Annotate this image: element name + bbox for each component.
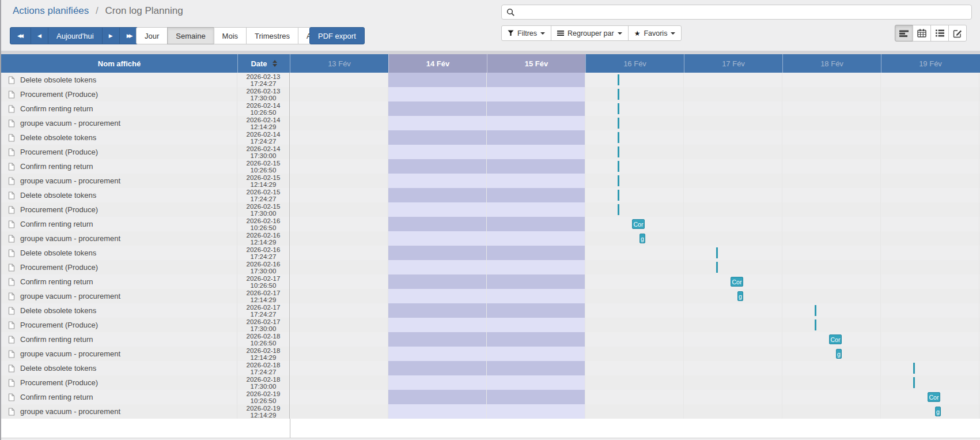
gantt-task-bar[interactable]: g [640,234,645,243]
row-name-cell[interactable]: Delete obsolete tokens [1,188,237,202]
timeline-cell [290,375,388,390]
sort-icon[interactable] [273,60,277,67]
gantt-marker-tick[interactable] [618,146,619,157]
nav-prev-button[interactable]: ◀ [31,27,48,44]
gantt-task-bar[interactable]: Cor [829,334,842,344]
gantt-marker-tick[interactable] [618,190,619,201]
gantt-marker-tick[interactable] [815,319,816,330]
timeline-cell [782,145,881,159]
pdf-export-button[interactable]: PDF export [309,27,365,44]
gantt-task-bar[interactable]: g [737,291,743,301]
scale-button-jour[interactable]: Jour [136,27,168,44]
nav-next-button[interactable]: ▶ [102,27,120,44]
gantt-task-bar[interactable]: g [836,349,842,359]
gantt-marker-tick[interactable] [913,363,915,374]
row-name-cell[interactable]: groupe vacuum - procurement [1,116,237,130]
gantt-header: Nom affiché Date 13 Fév14 Fév15 Fév16 Fé… [1,54,980,73]
row-date-value: 2026-02-15 [247,189,281,195]
date-column-header[interactable]: Date [237,54,290,73]
breadcrumb-separator: / [96,5,99,16]
gantt-marker-tick[interactable] [815,305,816,316]
gantt-marker-tick[interactable] [618,89,619,100]
scale-button-trimestres[interactable]: Trimestres [246,27,298,44]
filters-button[interactable]: Filtres [501,25,551,41]
timeline-cell [585,303,684,318]
row-date-cell: 2026-02-18 10:26:50 [237,332,290,347]
scale-button-mois[interactable]: Mois [214,27,247,44]
file-icon [8,336,15,344]
row-name-cell[interactable]: groupe vacuum - procurement [1,174,237,188]
row-name-cell[interactable]: Confirm renting return [1,274,237,289]
row-name-cell[interactable]: Confirm renting return [1,159,237,174]
timeline-cell [881,246,979,260]
form-view-button[interactable] [948,25,967,42]
scale-button-semaine[interactable]: Semaine [167,27,214,44]
file-icon [8,91,15,99]
row-name-cell[interactable]: Procurement (Produce) [1,202,237,217]
today-button[interactable]: Aujourd'hui [48,27,103,44]
group-by-label: Regrouper par [567,29,614,37]
gantt-marker-tick[interactable] [913,377,915,388]
gantt-marker-tick[interactable] [618,175,619,186]
gantt-view-button[interactable] [895,25,913,42]
timeline-cell [881,303,979,318]
row-name-label: groupe vacuum - procurement [20,407,120,416]
timeline-cell [290,318,388,332]
gantt-marker-tick[interactable] [618,74,619,85]
gantt-task-bar[interactable]: Cor [632,219,645,229]
gantt-marker-tick[interactable] [618,132,619,143]
row-name-cell[interactable]: Procurement (Produce) [1,375,237,390]
row-name-cell[interactable]: groupe vacuum - procurement [1,289,237,303]
right-arrow-icon: ▶ [109,33,113,39]
row-name-cell[interactable]: Confirm renting return [1,390,237,404]
gantt-task-bar[interactable]: g [935,407,941,416]
gantt-marker-tick[interactable] [716,262,718,273]
gantt-marker-tick[interactable] [618,103,619,114]
row-name-cell[interactable]: Delete obsolete tokens [1,130,237,145]
chevron-down-icon [618,32,622,35]
search-input[interactable] [519,5,971,19]
row-date-value: 2026-02-16 [247,246,281,253]
breadcrumb-parent-link[interactable]: Actions planifiées [13,5,89,16]
timeline-cell [881,202,979,217]
row-name-cell[interactable]: Confirm renting return [1,217,237,231]
row-name-cell[interactable]: groupe vacuum - procurement [1,347,237,361]
row-name-cell[interactable]: Procurement (Produce) [1,87,237,101]
gantt-task-bar[interactable]: Cor [731,277,743,287]
timeline-cell [487,390,585,404]
day-column-header: 18 Fév [782,54,881,73]
row-date-value: 2026-02-17 [247,304,281,311]
row-name-cell[interactable]: Procurement (Produce) [1,318,237,332]
row-name-cell[interactable]: Confirm renting return [1,332,237,347]
timeline-cell [388,116,487,130]
gantt-marker-tick[interactable] [716,247,718,258]
gantt-marker-tick[interactable] [618,118,619,129]
gantt-task-bar[interactable]: Cor [928,392,940,402]
timeline-cell [782,303,881,318]
row-name-cell[interactable]: Confirm renting return [1,101,237,116]
group-by-button[interactable]: Regrouper par [551,25,629,41]
gantt-row: Delete obsolete tokens 2026-02-13 17:24:… [1,73,980,87]
row-name-cell[interactable]: Procurement (Produce) [1,260,237,274]
timeline-cell [290,101,388,116]
row-time-value: 17:24:27 [251,80,277,87]
row-name-cell[interactable]: groupe vacuum - procurement [1,231,237,246]
timeline-cell [585,347,684,361]
row-name-cell[interactable]: groupe vacuum - procurement [1,404,237,419]
row-time-value: 17:24:27 [251,138,277,145]
row-name-cell[interactable]: Delete obsolete tokens [1,303,237,318]
gantt-marker-tick[interactable] [618,204,619,215]
nav-first-button[interactable]: ◀◀ [10,27,31,44]
row-name-cell[interactable]: Delete obsolete tokens [1,361,237,375]
gantt-marker-tick[interactable] [618,161,619,172]
name-column-header[interactable]: Nom affiché [1,54,237,73]
timeline-cell [388,361,487,375]
list-view-button[interactable] [930,25,949,42]
gantt-row: groupe vacuum - procurement 2026-02-17 1… [1,289,980,303]
timeline-cell [487,202,585,217]
row-name-cell[interactable]: Delete obsolete tokens [1,73,237,87]
favorites-button[interactable]: ★ Favoris [628,25,682,41]
row-name-cell[interactable]: Procurement (Produce) [1,145,237,159]
calendar-view-button[interactable] [913,25,931,42]
row-name-cell[interactable]: Delete obsolete tokens [1,246,237,260]
